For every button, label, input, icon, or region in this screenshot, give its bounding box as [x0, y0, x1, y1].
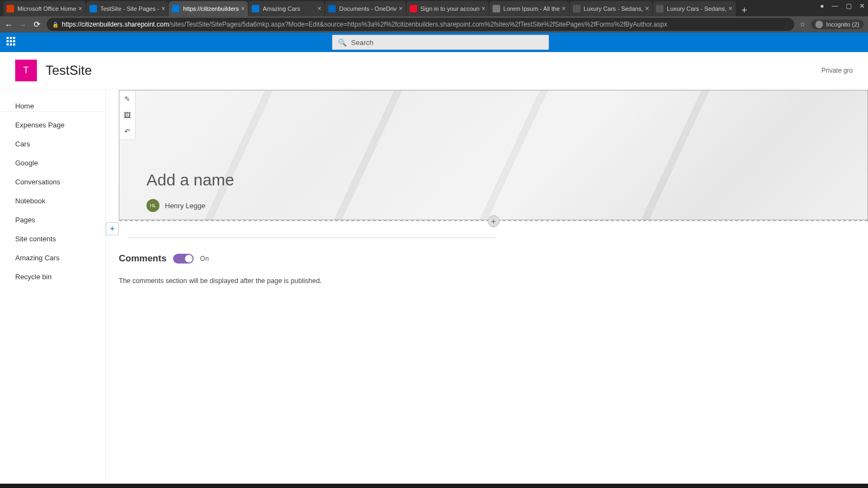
search-input[interactable]: 🔍 Search — [332, 35, 549, 50]
window-controls: ● — ▢ ✕ — [820, 2, 865, 10]
section-divider: + — [119, 220, 868, 221]
forward-icon[interactable]: → — [18, 20, 27, 29]
sidebar-item[interactable]: Expenses Page — [0, 115, 105, 134]
add-webpart-button[interactable]: + — [488, 215, 500, 227]
comments-title: Comments — [119, 253, 167, 264]
comments-toggle[interactable] — [173, 254, 194, 264]
browser-tab[interactable]: https://citizenbuilders× — [169, 1, 248, 16]
page-canvas: + ✎ 🖼 ↶ Add a name HL Henry Legge + Comm… — [106, 90, 868, 488]
favicon — [252, 5, 259, 12]
image-icon[interactable]: 🖼 — [119, 107, 135, 123]
browser-tab[interactable]: Microsoft Office Home× — [3, 1, 86, 16]
favicon — [90, 5, 97, 12]
site-privacy-label: Private gro — [821, 67, 853, 74]
url-path: /sites/TestSite/SitePages/5da6mkp.aspx?M… — [169, 21, 667, 28]
page-title-input[interactable]: Add a name — [146, 171, 234, 189]
maximize-icon[interactable]: ▢ — [846, 2, 852, 10]
comments-section: Comments On The comments section will be… — [119, 253, 868, 285]
search-placeholder: Search — [351, 38, 373, 47]
favicon — [328, 5, 336, 12]
close-icon[interactable]: × — [645, 5, 649, 12]
comments-toggle-label: On — [200, 255, 209, 262]
title-region[interactable]: ✎ 🖼 ↶ Add a name HL Henry Legge — [119, 90, 868, 220]
title-placeholder: Add a name — [146, 171, 234, 189]
lock-icon: 🔒 — [52, 22, 59, 28]
favicon — [656, 5, 663, 12]
site-header: T TestSite Private gro — [0, 52, 868, 89]
content-divider — [127, 237, 496, 238]
favicon — [573, 5, 580, 12]
sidebar-item[interactable]: Notebook — [0, 191, 105, 210]
close-icon[interactable]: × — [241, 5, 245, 12]
incognito-badge[interactable]: Incognito (2) — [811, 20, 864, 29]
taskbar — [0, 484, 868, 488]
sidebar-item[interactable]: Conversations — [0, 172, 105, 191]
tab-strip: Microsoft Office Home×TestSite - Site Pa… — [0, 0, 868, 16]
sidebar-item[interactable]: Google — [0, 153, 105, 172]
search-icon: 🔍 — [338, 38, 347, 47]
incognito-icon — [815, 21, 823, 28]
close-window-icon[interactable]: ✕ — [859, 2, 865, 10]
favicon — [410, 5, 417, 12]
sidebar-item[interactable]: Amazing Cars — [0, 248, 105, 267]
tab-label: Luxury Cars - Sedans, — [584, 5, 643, 12]
incognito-label: Incognito (2) — [826, 21, 859, 28]
browser-tab[interactable]: Sign in to your accoun× — [406, 1, 489, 16]
favicon — [172, 5, 180, 12]
title-toolbar: ✎ 🖼 ↶ — [119, 91, 136, 140]
sidebar-item[interactable]: Cars — [0, 134, 105, 153]
address-bar: ← → ⟳ 🔒 https://citizenbuilders.sharepoi… — [0, 16, 868, 33]
add-section-button[interactable]: + — [106, 222, 119, 235]
back-icon[interactable]: ← — [4, 20, 13, 29]
close-icon[interactable]: × — [79, 5, 82, 12]
left-navigation: HomeExpenses PageCarsGoogleConversations… — [0, 90, 106, 488]
close-icon[interactable]: × — [562, 5, 566, 12]
tab-label: Lorem Ipsum - All the — [503, 5, 560, 12]
star-icon[interactable]: ☆ — [800, 21, 806, 28]
browser-tab[interactable]: Lorem Ipsum - All the× — [489, 1, 569, 16]
browser-tab[interactable]: Amazing Cars× — [248, 1, 324, 16]
site-logo[interactable]: T — [15, 60, 37, 81]
minimize-icon[interactable]: — — [832, 2, 838, 10]
suite-header: 🔍 Search — [0, 33, 868, 52]
edit-title-icon[interactable]: ✎ — [119, 91, 135, 107]
sidebar-item[interactable]: Home — [0, 97, 105, 115]
avatar: HL — [146, 199, 159, 212]
tab-label: TestSite - Site Pages - — [100, 5, 159, 12]
tab-label: Amazing Cars — [263, 5, 315, 12]
browser-tab[interactable]: Luxury Cars - Sedans,× — [570, 1, 652, 16]
tab-label: https://citizenbuilders — [183, 5, 239, 12]
tab-label: Documents - OneDriv — [339, 5, 397, 12]
favicon — [7, 5, 14, 12]
browser-chrome: ● — ▢ ✕ Microsoft Office Home×TestSite -… — [0, 0, 868, 33]
reset-icon[interactable]: ↶ — [119, 123, 135, 139]
reload-icon[interactable]: ⟳ — [33, 20, 41, 29]
close-icon[interactable]: × — [399, 5, 403, 12]
browser-tab[interactable]: Luxury Cars - Sedans,× — [653, 1, 735, 16]
sidebar-item[interactable]: Recycle bin — [0, 267, 105, 286]
app-launcher-icon[interactable] — [7, 37, 17, 48]
tab-label: Luxury Cars - Sedans, — [667, 5, 726, 12]
url-host: https://citizenbuilders.sharepoint.com — [62, 21, 169, 28]
sidebar-item[interactable]: Site contents — [0, 229, 105, 248]
favicon — [493, 5, 500, 12]
record-icon[interactable]: ● — [820, 2, 824, 10]
comments-message: The comments section will be displayed a… — [119, 277, 868, 285]
site-title[interactable]: TestSite — [46, 63, 92, 78]
tab-label: Sign in to your accoun — [420, 5, 480, 12]
tab-label: Microsoft Office Home — [17, 5, 76, 12]
new-tab-button[interactable]: + — [736, 5, 753, 16]
close-icon[interactable]: × — [729, 5, 732, 12]
url-input[interactable]: 🔒 https://citizenbuilders.sharepoint.com… — [47, 18, 794, 31]
browser-tab[interactable]: TestSite - Site Pages -× — [86, 1, 169, 16]
sidebar-item[interactable]: Pages — [0, 210, 105, 229]
page-author[interactable]: HL Henry Legge — [146, 199, 205, 212]
author-name: Henry Legge — [165, 202, 205, 210]
close-icon[interactable]: × — [317, 5, 321, 12]
browser-tab[interactable]: Documents - OneDriv× — [325, 1, 406, 16]
close-icon[interactable]: × — [482, 5, 486, 12]
close-icon[interactable]: × — [161, 5, 165, 12]
